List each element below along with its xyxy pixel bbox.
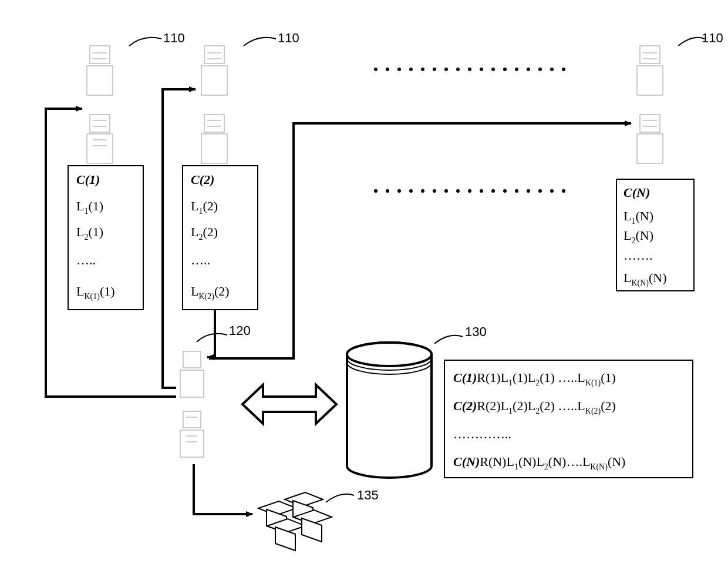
svg-rect-74 (183, 351, 201, 368)
svg-point-26 (374, 68, 378, 71)
leader-130 (434, 335, 463, 344)
label-120: 120 (229, 323, 251, 338)
svg-rect-77 (180, 430, 204, 457)
box-c1-dots: ….. (76, 253, 96, 267)
svg-point-56 (527, 189, 530, 193)
svg-point-53 (491, 189, 495, 193)
svg-rect-2 (90, 115, 110, 132)
svg-text:…….: ……. (623, 248, 653, 263)
svg-point-29 (409, 68, 413, 71)
svg-rect-76 (183, 411, 201, 428)
svg-point-28 (397, 68, 401, 71)
box-c1-l1: L (76, 199, 84, 213)
svg-point-31 (433, 68, 436, 71)
svg-point-30 (421, 68, 424, 71)
svg-rect-12 (204, 115, 224, 132)
clients-135 (258, 492, 332, 551)
svg-point-34 (468, 68, 471, 71)
svg-point-43 (374, 189, 378, 193)
svg-point-49 (444, 189, 448, 193)
svg-point-35 (480, 68, 483, 71)
svg-rect-21 (637, 134, 663, 163)
svg-point-54 (503, 189, 507, 193)
svg-point-42 (562, 68, 565, 71)
svg-point-36 (491, 68, 495, 71)
svg-rect-3 (87, 134, 113, 163)
label-110-b: 110 (278, 31, 299, 45)
svg-text:L1(2): L1(2) (191, 199, 218, 216)
svg-text:LK(N)(N): LK(N)(N) (623, 270, 667, 288)
arrows (46, 89, 631, 514)
svg-text:LK(1)(1): LK(1)(1) (76, 284, 115, 301)
svg-text:C(2)R(2)L1(2)L2(2) …..LK(2)(2): C(2)R(2)L1(2)L2(2) …..LK(2)(2) (453, 398, 616, 416)
ellipsis-top (374, 68, 565, 71)
node-110-a (87, 46, 113, 163)
svg-point-32 (444, 68, 448, 71)
node-110-b (201, 46, 227, 163)
svg-point-37 (503, 68, 507, 71)
svg-point-57 (538, 189, 542, 193)
box-c1-title: C(1) (76, 172, 100, 187)
svg-point-38 (515, 68, 518, 71)
svg-text:L1(1): L1(1) (76, 199, 103, 216)
svg-point-27 (386, 68, 389, 71)
svg-rect-18 (640, 46, 660, 63)
svg-text:C(N)R(N)L1(N)L2(N)….LK(N)(N): C(N)R(N)L1(N)L2(N)….LK(N)(N) (453, 454, 625, 472)
box-cn: C(N) L1(N) L2(N) ……. LK(N)(N) (616, 179, 694, 291)
db-records-box: C(1)R(1)L1(1)L2(1) …..LK(1)(1) C(2)R(2)L… (444, 360, 693, 478)
svg-point-59 (562, 189, 565, 193)
label-130: 130 (465, 324, 487, 339)
svg-rect-0 (90, 46, 110, 63)
svg-point-46 (409, 189, 413, 193)
server-120 (180, 351, 204, 457)
svg-point-47 (421, 189, 424, 193)
svg-point-51 (468, 189, 471, 193)
box-c1: C(1) L1(1) L2(1) ….. LK(1)(1) (68, 166, 143, 310)
svg-point-45 (397, 189, 401, 193)
svg-point-48 (433, 189, 436, 193)
leader-120 (197, 334, 227, 342)
svg-point-40 (538, 68, 542, 71)
label-110-c: 110 (702, 31, 723, 45)
svg-point-41 (550, 68, 554, 71)
box-c2: C(2) L1(2) L2(2) ….. LK(2)(2) (183, 166, 258, 310)
svg-text:LK(2)(2): LK(2)(2) (191, 284, 230, 301)
svg-rect-19 (637, 66, 663, 95)
label-110-a: 110 (163, 31, 185, 45)
label-135: 135 (357, 488, 379, 502)
svg-text:L2(N): L2(N) (623, 228, 653, 245)
svg-text:…..: ….. (191, 253, 210, 267)
svg-text:…………..: ………….. (453, 427, 511, 441)
leader-110-c (678, 38, 705, 46)
svg-rect-13 (201, 134, 227, 163)
ellipsis-mid (374, 189, 565, 193)
svg-point-52 (480, 189, 483, 193)
leader-110-a (129, 38, 161, 46)
svg-text:L1(N): L1(N) (623, 209, 653, 226)
svg-rect-10 (204, 46, 224, 63)
node-110-c (637, 46, 663, 163)
svg-text:L2(1): L2(1) (76, 224, 103, 241)
svg-rect-11 (201, 66, 227, 95)
svg-point-44 (386, 189, 389, 193)
svg-rect-1 (87, 66, 113, 95)
box-cn-title: C(N) (623, 185, 650, 200)
bidirectional-arrow-icon (242, 385, 336, 424)
svg-point-55 (515, 189, 518, 193)
leader-135 (326, 494, 354, 502)
svg-text:C(1)R(1)L1(1)L2(1) …..LK(1)(1): C(1)R(1)L1(1)L2(1) …..LK(1)(1) (453, 370, 616, 388)
svg-point-33 (456, 68, 460, 71)
svg-rect-75 (180, 370, 204, 397)
database-130 (347, 343, 432, 478)
box-c2-title: C(2) (191, 172, 214, 187)
svg-rect-20 (640, 115, 660, 132)
svg-point-58 (550, 189, 554, 193)
svg-point-50 (456, 189, 460, 193)
svg-point-39 (527, 68, 530, 71)
leader-110-b (244, 38, 276, 46)
svg-point-82 (347, 343, 432, 366)
svg-text:L2(2): L2(2) (191, 224, 218, 241)
